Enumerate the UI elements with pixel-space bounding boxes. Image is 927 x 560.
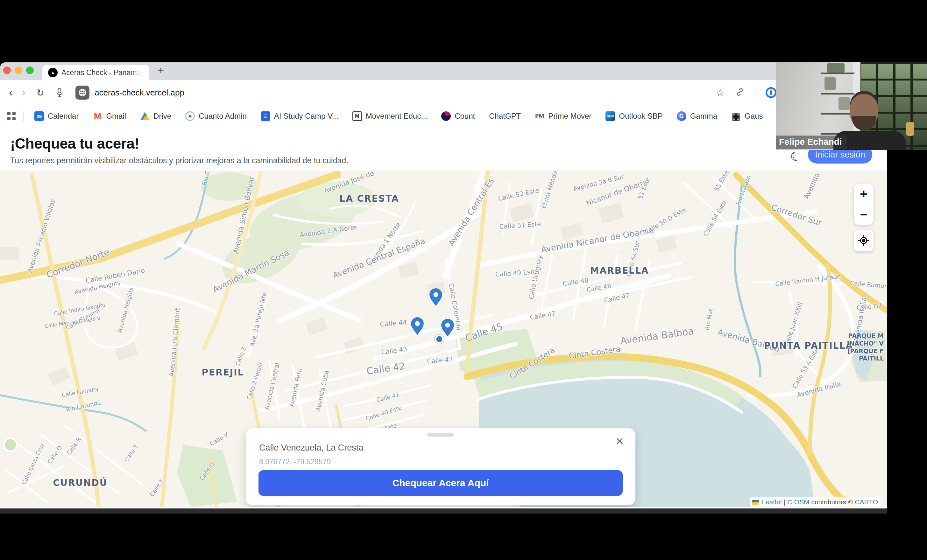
bookmark-calendar[interactable]: 26Calendar <box>34 111 79 121</box>
tab-strip: ▲ Aceras Check - Panama City + <box>0 62 887 80</box>
bookmark-movement-educ-[interactable]: MMovement Educ... <box>353 111 427 121</box>
attribution-text: contributors © <box>810 498 855 506</box>
participant-name-badge: Felipe Echandi <box>776 135 847 149</box>
bookmarks-bar: 26CalendarMGmailDrive➤Cuanto Admin≡AI St… <box>0 105 887 128</box>
video-lantern <box>906 122 914 136</box>
movement-educ-icon: M <box>353 111 362 121</box>
browser-window: ▲ Aceras Check - Panama City + ‹ › ↻ <box>0 62 887 508</box>
back-icon[interactable]: ‹ <box>9 87 13 98</box>
bookmark-label: Drive <box>153 112 171 121</box>
leaflet-link[interactable]: Leaflet <box>762 498 782 506</box>
prime-mover-icon: PM <box>535 111 544 121</box>
ai-study-camp-icon: ≡ <box>261 111 270 121</box>
window-bottom-edge <box>0 508 887 513</box>
bookmark-label: Gmail <box>106 112 126 121</box>
bookmark-gaus[interactable]: ▦Gaus <box>731 111 763 121</box>
attribution-text: | © <box>782 498 794 506</box>
map-attribution: Leaflet | © OSM contributors © CARTO <box>750 497 880 507</box>
tab-title: Aceras Check - Panama City <box>61 68 141 77</box>
check-sidewalk-button[interactable]: Chequear Acera Aquí <box>258 470 623 496</box>
close-window-button[interactable] <box>3 67 11 74</box>
address-bar-url[interactable]: aceras-check.vercel.app <box>94 88 184 98</box>
gmail-icon: M <box>93 111 102 121</box>
page-title: ¡Chequea tu acera! <box>10 135 139 152</box>
location-name: Calle Venezuela, La Cresta <box>259 443 363 453</box>
cuanto-admin-icon: ➤ <box>185 111 195 121</box>
google-drive-icon <box>140 111 150 121</box>
count-icon <box>441 111 451 121</box>
bookmark-drive[interactable]: Drive <box>140 111 171 121</box>
bookmark-label: Calendar <box>48 112 79 121</box>
ukraine-flag-icon <box>752 500 759 505</box>
sheet-drag-handle[interactable] <box>427 433 454 437</box>
locate-me-button[interactable] <box>854 230 874 251</box>
bookmark-outlook-sbp[interactable]: SBPOutlook SBP <box>605 111 663 121</box>
bookmark-label: Outlook SBP <box>619 112 663 121</box>
toolbar-divider <box>755 87 755 98</box>
bookmark-label: Prime Mover <box>548 112 591 121</box>
zoom-in-button[interactable]: + <box>854 184 874 204</box>
bookmark-label: Cuanto Admin <box>199 112 247 121</box>
bookmark-prime-mover[interactable]: PMPrime Mover <box>535 111 591 121</box>
gaus-icon: ▦ <box>731 111 741 121</box>
bookmarks-divider <box>23 111 24 121</box>
bookmark-count[interactable]: Count <box>441 111 475 121</box>
new-tab-button[interactable]: + <box>158 64 164 77</box>
zoom-out-button[interactable]: − <box>854 204 874 225</box>
outlook-sbp-icon: SBP <box>605 111 615 121</box>
reload-icon[interactable]: ↻ <box>36 87 44 98</box>
microphone-icon[interactable] <box>55 88 64 98</box>
bookmarks-list: 26CalendarMGmailDrive➤Cuanto Admin≡AI St… <box>34 111 763 121</box>
bookmark-cuanto-admin[interactable]: ➤Cuanto Admin <box>185 111 247 121</box>
bookmark-chatgpt[interactable]: ChatGPT <box>489 112 521 121</box>
browser-toolbar: ‹ › ↻ aceras-check.vercel.app ☆ <box>0 80 887 105</box>
gamma-icon: G <box>677 111 686 121</box>
bookmark-gmail[interactable]: MGmail <box>93 111 126 121</box>
page-header: ¡Chequea tu acera! Tus reportes permitir… <box>0 127 887 170</box>
bookmark-label: ChatGPT <box>489 112 521 121</box>
location-bottom-sheet: ✕ Calle Venezuela, La Cresta 8.976772, -… <box>246 428 635 505</box>
bookmark-label: AI Study Camp V... <box>274 112 338 121</box>
screen-share-frame: ▲ Aceras Check - Panama City + ‹ › ↻ <box>0 0 927 560</box>
bookmark-star-icon[interactable]: ☆ <box>716 87 725 99</box>
site-info-globe-icon[interactable] <box>76 86 90 100</box>
minimize-window-button[interactable] <box>15 67 22 74</box>
forward-icon[interactable]: › <box>22 87 26 98</box>
bookmark-label: Gaus <box>745 112 763 121</box>
map-canvas[interactable]: Avenida José deAvenida 2 A NorteAvenida … <box>0 170 887 507</box>
bookmark-gamma[interactable]: GGamma <box>677 111 717 121</box>
apps-grid-icon[interactable] <box>7 112 16 121</box>
osm-link[interactable]: OSM <box>794 498 810 506</box>
page-subtitle: Tus reportes permitirán visibilizar obst… <box>10 156 348 165</box>
bookmark-ai-study-camp-v-[interactable]: ≡AI Study Camp V... <box>261 111 338 121</box>
park-sign: PARQUE M"NACHO" V[PARQUE FPAITILL <box>828 332 884 363</box>
bookmark-label: Count <box>454 112 475 121</box>
share-link-icon[interactable] <box>735 87 745 98</box>
carto-link[interactable]: CARTO <box>855 498 878 506</box>
vercel-favicon-icon: ▲ <box>48 68 58 77</box>
password-manager-icon[interactable] <box>766 87 777 98</box>
location-coordinates: 8.976772, -79.529579 <box>259 458 331 466</box>
zoom-window-button[interactable] <box>26 67 34 74</box>
close-icon[interactable]: ✕ <box>615 435 624 448</box>
dark-mode-moon-icon[interactable]: ☾ <box>789 148 802 164</box>
browser-tab[interactable]: ▲ Aceras Check - Panama City <box>43 65 149 80</box>
bookmark-label: Gamma <box>690 112 717 121</box>
google-calendar-icon: 26 <box>34 111 44 121</box>
participant-video: Felipe Echandi <box>776 62 927 150</box>
crosshair-icon <box>858 235 870 247</box>
zoom-control: + − <box>854 184 874 225</box>
bookmark-label: Movement Educ... <box>366 112 427 121</box>
